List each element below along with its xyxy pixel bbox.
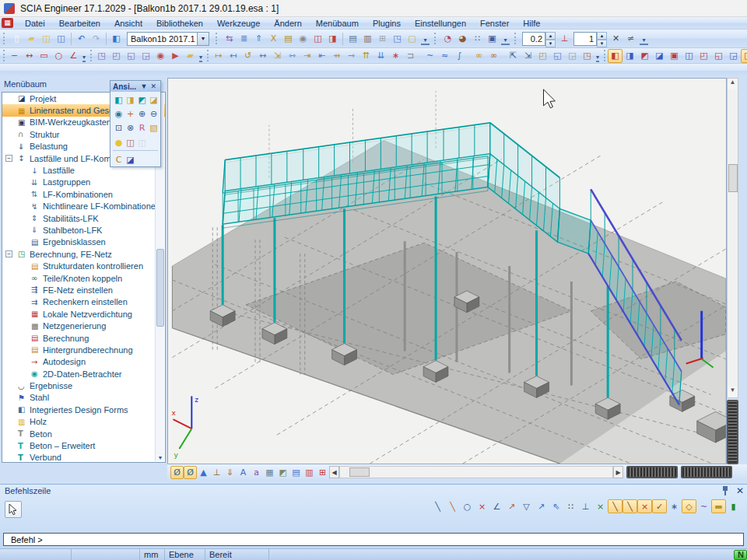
support-line-button[interactable]: ▣ — [667, 49, 682, 63]
tree-item-berechnung[interactable]: ▤ Berechnung — [2, 332, 165, 344]
spline-edit-button[interactable]: ∫ — [452, 49, 467, 63]
open-folder-button[interactable]: ▰ — [183, 49, 198, 63]
window-layout-1-button[interactable]: ◫ — [310, 32, 325, 46]
tree-item-stabilitaets-lfk[interactable]: ⇕ Stabilitäts-LFK — [2, 212, 165, 224]
spinner-up-icon[interactable]: ▲ — [597, 32, 607, 40]
spinner-up-icon[interactable]: ▲ — [545, 32, 556, 40]
dimension-display-button[interactable]: a — [250, 466, 263, 479]
scroll-up-icon[interactable]: ▲ — [728, 79, 738, 89]
clipboard-paste-button[interactable]: ▤ — [281, 32, 296, 46]
node-break-button[interactable]: ⇸ — [329, 49, 344, 63]
load-display-button[interactable]: ⇓ — [223, 466, 237, 479]
menu-ansicht[interactable]: Ansicht — [107, 18, 149, 29]
image-capture-button[interactable]: ◫ — [124, 137, 136, 148]
zoom-previous-button[interactable]: R — [136, 122, 148, 133]
modify-geometry-button[interactable]: ⊐ — [403, 49, 418, 63]
scroll-left-icon[interactable]: ◀ — [329, 466, 339, 478]
node-array-button[interactable]: ⇊ — [374, 49, 388, 63]
curve-edit-button[interactable]: ≈ — [437, 49, 452, 63]
activity-toggle-button[interactable]: C — [113, 154, 124, 165]
node-trim-button[interactable]: ⇥ — [300, 49, 314, 63]
redo-button[interactable]: ↷ — [89, 32, 103, 46]
overflow-chevron-icon[interactable]: ▾ — [421, 33, 430, 45]
snap-vector-button[interactable]: ↗ — [534, 499, 549, 513]
tree-item-holz[interactable]: ▥ Holz — [2, 416, 165, 428]
tree-item-lokale-netzverdichtung[interactable]: ▦ Lokale Netzverdichtung — [2, 308, 165, 320]
tree-item-ergebnisse[interactable]: ◡ Ergebnisse — [2, 380, 165, 391]
section-box-button[interactable]: ▣ — [485, 32, 500, 46]
node-rotate-button[interactable]: ↺ — [240, 49, 255, 63]
view-side-button[interactable]: ◨ — [124, 94, 136, 105]
view-axonometric-button[interactable]: ◪ — [148, 94, 160, 105]
zoom-window-button[interactable]: ⊡ — [113, 122, 124, 133]
polyline-edit-button[interactable]: ~ — [423, 49, 437, 63]
model-viewport[interactable]: z x y ▲ ▼ ØØ▲⊥⇓Aa▦◩▤▥⊞ ◀ ▶ — [167, 78, 747, 482]
pair-view-1-button[interactable]: ∞ — [472, 49, 486, 63]
dot-grid-button[interactable]: ∷ — [563, 499, 578, 513]
tree-item-nichtlineare-lf-kombinationen[interactable]: ↯ Nichtlineare LF-Kombinationen — [2, 201, 165, 212]
tree-item-fe-netz-einstellen[interactable]: ⇶ FE-Netz einstellen — [2, 284, 165, 296]
mesh-ball-button[interactable]: ◉ — [296, 32, 310, 46]
overflow-chevron-icon[interactable]: ▾ — [640, 33, 648, 45]
menu-werkzeuge[interactable]: Werkzeuge — [210, 18, 267, 29]
project-combobox[interactable]: Balkon1b 2017.1 2 ▼ — [127, 32, 209, 46]
solid-snap-button[interactable]: ▮ — [726, 499, 741, 513]
overflow-chevron-icon[interactable]: ▾ — [501, 33, 510, 45]
menu-bibliotheken[interactable]: Bibliotheken — [149, 18, 210, 29]
snap-point-button[interactable]: ╲ — [445, 499, 460, 513]
model-3d-scene[interactable]: z x y — [167, 78, 727, 464]
save-project-button[interactable]: ◫ — [39, 32, 54, 46]
tree-scrollbar-thumb[interactable] — [156, 249, 164, 327]
spinner-down-icon[interactable]: ▼ — [597, 40, 607, 47]
tree-item-lastgruppen[interactable]: ⇊ Lastgruppen — [2, 177, 165, 188]
skew-grid-button[interactable]: × — [593, 499, 608, 513]
light-toggle-button[interactable]: ● — [113, 137, 124, 148]
node-display-button[interactable]: ▲ — [197, 466, 210, 479]
open-project-button[interactable]: ▰ — [24, 32, 39, 46]
curve-snap-button[interactable]: ~ — [696, 499, 711, 513]
tree-item-lf-kombinationen[interactable]: ⇅ LF-Kombinationen — [2, 188, 165, 200]
draw-angle-button[interactable]: ∠ — [66, 49, 81, 63]
scale-spinner-value[interactable]: 0.2 — [522, 32, 545, 46]
support-fixed-button[interactable]: ◧ — [608, 49, 622, 63]
window-copy-3-button[interactable]: ◱ — [124, 49, 139, 63]
menu-aendern[interactable]: Ändern — [267, 18, 308, 29]
tree-item-netzgenerierung[interactable]: ▩ Netzgenerierung — [2, 320, 165, 331]
window-copy-4-button[interactable]: ◲ — [139, 49, 153, 63]
view-top-button[interactable]: ◩ — [136, 94, 148, 105]
print-preview-button[interactable]: ▥ — [360, 32, 375, 46]
window-layout-2-button[interactable]: ◨ — [325, 32, 340, 46]
view-palette-titlebar[interactable]: Ansi... ▼ ✕ — [110, 81, 160, 92]
copy-entity-button[interactable]: ⇲ — [521, 49, 535, 63]
vertical-scrollbar[interactable]: ▲ ▼ — [727, 78, 738, 398]
database-export-button[interactable]: ⇑ — [251, 32, 266, 46]
load-symbol-button[interactable]: ⊥ — [557, 32, 572, 46]
horizontal-rotate-roller-1[interactable] — [626, 466, 678, 478]
property-brush-button[interactable]: ◲ — [565, 49, 580, 63]
palette-close-icon[interactable]: ✕ — [149, 82, 158, 90]
midpoint-snap-button[interactable]: ╲ — [622, 499, 637, 513]
combobox-arrow-icon[interactable]: ▼ — [197, 33, 209, 45]
snap-delete-button[interactable]: × — [475, 499, 489, 513]
node-move-button[interactable]: ↦ — [211, 49, 226, 63]
multiplier-spinner[interactable]: 1 ▲▼ — [573, 32, 607, 46]
undo-button[interactable]: ↶ — [74, 32, 89, 46]
toolbar-grip[interactable] — [207, 50, 209, 61]
toolbar-grip[interactable] — [514, 33, 518, 44]
surface-display-button[interactable]: ◩ — [276, 466, 289, 479]
support-hinged-button[interactable]: ◨ — [622, 49, 637, 63]
scia-menu-icon[interactable]: ▦ — [2, 18, 13, 28]
horizontal-rotate-roller-2[interactable] — [681, 466, 732, 478]
new-project-button[interactable]: ▯ — [9, 32, 24, 46]
snap-move-button[interactable]: ↗ — [504, 499, 519, 513]
select-mode-button[interactable] — [5, 501, 22, 518]
print-button[interactable]: ▤ — [345, 32, 360, 46]
project-links-button[interactable]: ⇆ — [222, 32, 237, 46]
window-copy-2-button[interactable]: ◰ — [109, 49, 124, 63]
menu-menuebaum[interactable]: Menübaum — [309, 18, 366, 29]
label-display-button[interactable]: A — [237, 466, 250, 479]
support-delete-button[interactable]: ◱ — [711, 49, 726, 63]
menu-hilfe[interactable]: Hilfe — [516, 18, 547, 29]
scroll-down-icon[interactable]: ▼ — [728, 387, 738, 397]
toolbar-grip[interactable] — [3, 33, 7, 44]
